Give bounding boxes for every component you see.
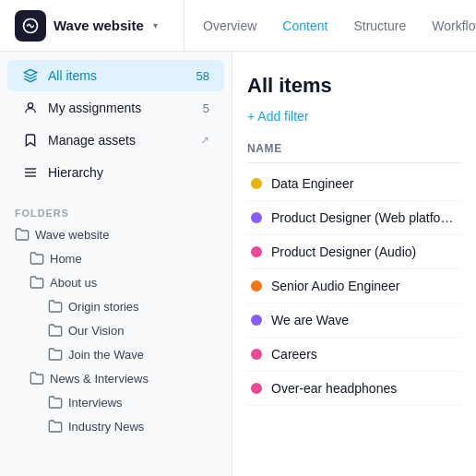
- sidebar-label-hierarchy: Hierarchy: [48, 165, 209, 180]
- content-item-name: Product Designer (Audio): [271, 244, 416, 259]
- folder-item[interactable]: Wave website: [0, 222, 232, 246]
- content-list-item[interactable]: Product Designer (Web platfo…: [247, 201, 461, 235]
- content-item-name: Over-ear headphones: [271, 381, 397, 396]
- folder-item[interactable]: News & Interviews: [0, 366, 232, 390]
- sidebar-item-all-items[interactable]: All items 58: [7, 60, 224, 91]
- nav-items: OverviewContentStructureWorkflow: [184, 0, 476, 51]
- folder-label: Interviews: [68, 396, 123, 410]
- content-item-name: Product Designer (Web platfo…: [271, 210, 453, 225]
- folder-item[interactable]: Our Vision: [0, 318, 232, 342]
- content-list-item[interactable]: We are Wave: [247, 303, 461, 338]
- person-icon: [22, 100, 39, 116]
- folder-label: News & Interviews: [50, 372, 149, 386]
- content-list-item[interactable]: Careers: [247, 338, 461, 372]
- folder-label: About us: [50, 276, 97, 290]
- sidebar-label-all-items: All items: [48, 68, 187, 83]
- sidebar-label-manage-assets: Manage assets: [48, 133, 191, 148]
- folders-label: FOLDERS: [0, 196, 232, 222]
- sidebar-label-my-assignments: My assignments: [48, 101, 194, 115]
- svg-point-1: [28, 103, 32, 108]
- content-list: Data Engineer Product Designer (Web plat…: [247, 167, 461, 406]
- sidebar-item-hierarchy[interactable]: Hierarchy: [7, 157, 224, 188]
- status-dot: [251, 315, 262, 326]
- sidebar: All items 58 My assignments 5 Manage ass…: [0, 52, 232, 476]
- logo-icon: [15, 10, 46, 42]
- status-dot: [251, 383, 262, 394]
- folder-item[interactable]: Interviews: [0, 390, 232, 414]
- content-title: All items: [247, 74, 461, 98]
- sidebar-count-my-assignments: 5: [203, 101, 209, 115]
- folder-item[interactable]: About us: [0, 270, 232, 294]
- sidebar-count-all-items: 58: [196, 69, 209, 83]
- content-item-name: We are Wave: [271, 313, 349, 327]
- folder-label: Wave website: [35, 228, 109, 242]
- top-navigation: Wave website ▾ OverviewContentStructureW…: [0, 0, 476, 52]
- list-icon: [22, 164, 39, 181]
- status-dot: [251, 246, 262, 257]
- folder-item[interactable]: Industry News: [0, 414, 232, 438]
- sidebar-item-manage-assets[interactable]: Manage assets ↗: [7, 125, 224, 156]
- folder-item[interactable]: Home: [0, 246, 232, 270]
- folder-item[interactable]: Join the Wave: [0, 342, 232, 366]
- content-area: All items + Add filter Name Data Enginee…: [232, 52, 476, 476]
- table-header-name: Name: [247, 142, 461, 163]
- add-filter-button[interactable]: + Add filter: [247, 109, 309, 124]
- content-item-name: Careers: [271, 347, 317, 362]
- content-list-item[interactable]: Data Engineer: [247, 167, 461, 201]
- status-dot: [251, 280, 262, 292]
- layers-icon: [22, 67, 39, 84]
- sidebar-item-my-assignments[interactable]: My assignments 5: [7, 92, 224, 124]
- folder-label: Home: [50, 252, 82, 266]
- site-title-chevron: ▾: [153, 20, 158, 30]
- nav-item-content[interactable]: Content: [271, 13, 339, 39]
- nav-item-workflow[interactable]: Workflow: [421, 13, 476, 39]
- folder-label: Origin stories: [68, 300, 139, 314]
- content-list-item[interactable]: Product Designer (Audio): [247, 235, 461, 269]
- main-layout: All items 58 My assignments 5 Manage ass…: [0, 52, 476, 476]
- logo-area[interactable]: Wave website ▾: [0, 0, 184, 51]
- folder-label: Join the Wave: [68, 348, 144, 362]
- site-title: Wave website: [54, 18, 144, 33]
- bookmark-icon: [22, 132, 39, 149]
- nav-item-structure[interactable]: Structure: [342, 13, 417, 39]
- status-dot: [251, 349, 262, 360]
- folder-item[interactable]: Origin stories: [0, 294, 232, 318]
- nav-item-overview[interactable]: Overview: [192, 13, 268, 39]
- content-list-item[interactable]: Senior Audio Engineer: [247, 269, 461, 303]
- status-dot: [251, 212, 262, 223]
- content-list-item[interactable]: Over-ear headphones: [247, 372, 461, 406]
- status-dot: [251, 178, 262, 189]
- folder-label: Our Vision: [68, 324, 124, 338]
- sidebar-main-section: All items 58 My assignments 5 Manage ass…: [0, 52, 232, 196]
- content-item-name: Data Engineer: [271, 176, 354, 191]
- sidebar-arrow-manage-assets: ↗: [200, 134, 209, 147]
- content-item-name: Senior Audio Engineer: [271, 279, 399, 293]
- folder-label: Industry News: [68, 420, 144, 434]
- sidebar-folders: Wave websiteHomeAbout usOrigin storiesOu…: [0, 222, 232, 438]
